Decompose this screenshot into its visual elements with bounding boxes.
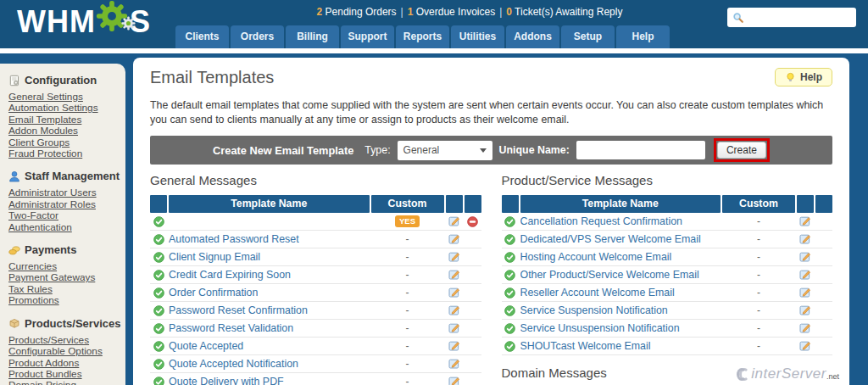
notification-separator: | — [401, 6, 403, 18]
top-header: WHM — [0, 0, 868, 48]
template-name-link[interactable]: Reseller Account Welcome Email — [520, 287, 675, 299]
template-name-link[interactable]: SHOUTcast Welcome Email — [520, 340, 651, 352]
edit-template-icon[interactable] — [797, 304, 814, 316]
edit-template-icon[interactable] — [797, 269, 814, 281]
edit-template-icon[interactable] — [797, 215, 814, 227]
column-status — [502, 195, 519, 213]
template-name-link[interactable]: Dedicated/VPS Server Welcome Email — [520, 233, 701, 245]
template-name-link[interactable]: Other Product/Service Welcome Email — [520, 269, 699, 281]
header-notifications[interactable]: 2 Pending Orders|1 Overdue Invoices|0 Ti… — [317, 6, 623, 18]
edit-template-icon[interactable] — [446, 358, 463, 370]
custom-value: - — [371, 287, 444, 299]
sidebar-item-promotions[interactable]: Promotions — [8, 295, 120, 306]
box-icon — [8, 317, 20, 329]
enabled-check-icon — [150, 305, 167, 316]
template-name-link[interactable]: Service Unsuspension Notification — [520, 322, 680, 334]
template-row: Order Confirmation- — [150, 284, 481, 302]
column-template-name: Template Name — [169, 195, 370, 213]
tab-clients[interactable]: Clients — [175, 25, 229, 48]
page-gear-icon — [8, 75, 20, 86]
help-button[interactable]: Help — [775, 68, 832, 86]
sidebar-section-label: Staff Management — [25, 170, 120, 182]
sidebar-item-tax-rules[interactable]: Tax Rules — [8, 284, 120, 295]
edit-template-icon[interactable] — [446, 304, 463, 316]
edit-template-icon[interactable] — [446, 251, 463, 263]
edit-template-icon[interactable] — [797, 340, 814, 352]
custom-value: - — [371, 251, 444, 263]
sidebar-item-currencies[interactable]: Currencies — [8, 261, 120, 272]
template-name-link[interactable]: Order Confirmation — [169, 287, 258, 299]
tab-help[interactable]: Help — [616, 25, 670, 48]
template-row: Hosting Account Welcome Email- — [502, 248, 833, 266]
template-name-link[interactable]: Password Reset Validation — [169, 322, 293, 334]
create-button[interactable]: Create — [717, 142, 766, 159]
template-name-link[interactable]: Cancellation Request Confirmation — [520, 215, 682, 227]
edit-template-icon[interactable] — [446, 287, 463, 299]
sidebar-item-payment-gateways[interactable]: Payment Gateways — [8, 272, 120, 283]
template-name-link[interactable]: Password Reset Confirmation — [169, 304, 308, 316]
sidebar-item-domain-pricing[interactable]: Domain Pricing — [8, 380, 120, 385]
sidebar-item-product-addons[interactable]: Product Addons — [8, 358, 120, 369]
tab-utilities[interactable]: Utilities — [451, 25, 504, 48]
sidebar-item-configurable-options[interactable]: Configurable Options — [8, 346, 120, 357]
search-box[interactable] — [727, 8, 856, 27]
sidebar-item-products-services[interactable]: Products/Services — [8, 335, 120, 346]
header-divider — [0, 48, 868, 53]
edit-template-icon[interactable] — [446, 322, 463, 334]
edit-template-icon[interactable] — [797, 287, 814, 299]
template-name-cell: Dedicated/VPS Server Welcome Email — [520, 233, 721, 245]
tab-billing[interactable]: Billing — [286, 25, 339, 48]
edit-template-icon[interactable] — [446, 269, 463, 281]
sidebar-item-addon-modules[interactable]: Addon Modules — [8, 126, 120, 137]
sidebar-section-label: Payments — [25, 243, 76, 256]
edit-template-icon[interactable] — [446, 340, 463, 352]
edit-template-icon[interactable] — [797, 233, 814, 245]
search-input[interactable] — [744, 11, 856, 25]
enabled-check-icon — [150, 234, 167, 245]
sidebar-item-general-settings[interactable]: General Settings — [8, 92, 120, 103]
chevron-down-icon — [480, 148, 487, 153]
edit-template-icon[interactable] — [446, 376, 463, 385]
tab-addons[interactable]: Addons — [506, 25, 559, 48]
sidebar-section-configuration: Configuration — [8, 74, 120, 86]
small-gear-icon — [121, 3, 136, 38]
template-name-link[interactable]: Service Suspension Notification — [520, 304, 668, 316]
template-name-link[interactable]: Quote Accepted Notification — [169, 358, 298, 370]
edit-template-icon[interactable] — [797, 251, 814, 263]
enabled-check-icon — [502, 341, 519, 352]
unique-name-label: Unique Name: — [499, 144, 570, 156]
tab-reports[interactable]: Reports — [396, 25, 449, 48]
search-icon — [732, 12, 744, 24]
edit-template-icon[interactable] — [446, 233, 463, 245]
tab-orders[interactable]: Orders — [231, 25, 284, 48]
template-name-link[interactable]: Quote Delivery with PDF — [169, 376, 284, 385]
template-name-link[interactable]: Client Signup Email — [169, 251, 260, 263]
tab-support[interactable]: Support — [341, 25, 394, 48]
delete-template-icon[interactable] — [465, 216, 481, 227]
column-action-1 — [797, 195, 814, 213]
template-type-select[interactable]: General — [398, 141, 492, 160]
edit-template-icon[interactable] — [797, 322, 814, 334]
sidebar-item-product-bundles[interactable]: Product Bundles — [8, 369, 120, 380]
sidebar-item-two-factor-authentication[interactable]: Two-Factor Authentication — [8, 210, 120, 233]
tab-setup[interactable]: Setup — [561, 25, 615, 48]
sidebar-item-fraud-protection[interactable]: Fraud Protection — [8, 148, 120, 159]
template-row: Quote Accepted- — [150, 338, 481, 355]
template-name-link[interactable]: Credit Card Expiring Soon — [169, 269, 291, 281]
column-template-name: Template Name — [520, 195, 721, 213]
sidebar-item-administrator-roles[interactable]: Administrator Roles — [8, 199, 120, 210]
template-name-link[interactable]: Automated Password Reset — [169, 233, 299, 245]
template-name-link[interactable]: Hosting Account Welcome Email — [520, 251, 672, 263]
template-name-link[interactable]: Quote Accepted — [169, 340, 243, 352]
template-row: Client Signup Email- — [150, 248, 481, 266]
template-name-cell: Cancellation Request Confirmation — [520, 215, 721, 227]
unique-name-input[interactable] — [576, 141, 705, 159]
column-action-2 — [465, 195, 481, 213]
template-row: Reseller Account Welcome Email- — [502, 284, 833, 302]
sidebar-item-automation-settings[interactable]: Automation Settings — [8, 103, 120, 114]
sidebar-item-client-groups[interactable]: Client Groups — [8, 137, 120, 148]
template-name-cell: Order Confirmation — [169, 287, 370, 299]
edit-template-icon[interactable] — [446, 215, 463, 227]
sidebar-item-email-templates[interactable]: Email Templates — [8, 114, 120, 126]
sidebar-item-administrator-users[interactable]: Administrator Users — [8, 187, 120, 198]
